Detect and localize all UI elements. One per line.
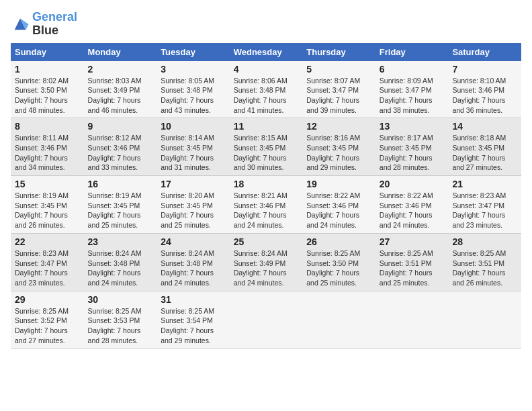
day-number: 8 [15,121,80,132]
day-number: 22 [15,236,80,247]
logo: General Blue [11,11,77,38]
table-row: 4 Sunrise: 8:06 AM Sunset: 3:48 PM Dayli… [230,61,303,118]
day-info: Sunrise: 8:25 AM Sunset: 3:53 PM Dayligh… [88,306,153,346]
day-number: 3 [161,64,226,75]
day-info: Sunrise: 8:09 AM Sunset: 3:47 PM Dayligh… [380,76,445,116]
day-number: 21 [452,179,517,189]
table-row: 14 Sunrise: 8:18 AM Sunset: 3:45 PM Dayl… [448,118,521,176]
day-info: Sunrise: 8:25 AM Sunset: 3:54 PM Dayligh… [161,306,226,346]
day-number: 19 [306,179,371,189]
day-number: 6 [380,64,445,75]
table-row: 31 Sunrise: 8:25 AM Sunset: 3:54 PM Dayl… [157,291,230,349]
day-number: 17 [161,179,226,189]
table-row [302,291,375,349]
table-row: 9 Sunrise: 8:12 AM Sunset: 3:46 PM Dayli… [84,118,157,176]
day-info: Sunrise: 8:03 AM Sunset: 3:49 PM Dayligh… [88,76,153,116]
column-header-tuesday: Tuesday [157,43,230,61]
day-info: Sunrise: 8:17 AM Sunset: 3:45 PM Dayligh… [380,133,445,173]
table-row: 30 Sunrise: 8:25 AM Sunset: 3:53 PM Dayl… [84,291,157,349]
table-row: 19 Sunrise: 8:22 AM Sunset: 3:46 PM Dayl… [302,176,375,234]
calendar-table: SundayMondayTuesdayWednesdayThursdayFrid… [11,43,521,349]
day-info: Sunrise: 8:02 AM Sunset: 3:50 PM Dayligh… [15,76,80,116]
column-header-wednesday: Wednesday [230,43,303,61]
column-header-thursday: Thursday [302,43,375,61]
table-row: 15 Sunrise: 8:19 AM Sunset: 3:45 PM Dayl… [11,176,84,234]
day-info: Sunrise: 8:23 AM Sunset: 3:47 PM Dayligh… [452,191,517,230]
column-header-saturday: Saturday [448,43,521,61]
day-info: Sunrise: 8:16 AM Sunset: 3:45 PM Dayligh… [306,133,371,173]
table-row: 24 Sunrise: 8:24 AM Sunset: 3:48 PM Dayl… [157,233,230,291]
table-row: 5 Sunrise: 8:07 AM Sunset: 3:47 PM Dayli… [302,61,375,118]
table-row: 25 Sunrise: 8:24 AM Sunset: 3:49 PM Dayl… [230,233,303,291]
day-info: Sunrise: 8:24 AM Sunset: 3:48 PM Dayligh… [161,248,226,288]
column-header-friday: Friday [375,43,449,61]
column-header-monday: Monday [84,43,157,61]
logo-icon [11,15,30,34]
day-info: Sunrise: 8:25 AM Sunset: 3:50 PM Dayligh… [306,248,371,288]
table-row: 2 Sunrise: 8:03 AM Sunset: 3:49 PM Dayli… [84,61,157,118]
day-info: Sunrise: 8:24 AM Sunset: 3:48 PM Dayligh… [88,248,153,288]
calendar-week-2: 8 Sunrise: 8:11 AM Sunset: 3:46 PM Dayli… [11,118,521,176]
day-info: Sunrise: 8:25 AM Sunset: 3:51 PM Dayligh… [452,248,517,288]
table-row: 11 Sunrise: 8:15 AM Sunset: 3:45 PM Dayl… [230,118,303,176]
header: General Blue [11,11,521,38]
day-number: 31 [161,294,226,305]
calendar-week-5: 29 Sunrise: 8:25 AM Sunset: 3:52 PM Dayl… [11,291,521,349]
day-number: 5 [306,64,371,75]
table-row: 12 Sunrise: 8:16 AM Sunset: 3:45 PM Dayl… [302,118,375,176]
day-info: Sunrise: 8:20 AM Sunset: 3:45 PM Dayligh… [161,191,226,230]
table-row: 20 Sunrise: 8:22 AM Sunset: 3:46 PM Dayl… [375,176,449,234]
day-number: 26 [306,236,371,247]
day-number: 10 [161,121,226,132]
day-info: Sunrise: 8:06 AM Sunset: 3:48 PM Dayligh… [234,76,299,116]
table-row: 10 Sunrise: 8:14 AM Sunset: 3:45 PM Dayl… [157,118,230,176]
table-row: 7 Sunrise: 8:10 AM Sunset: 3:46 PM Dayli… [448,61,521,118]
table-row: 1 Sunrise: 8:02 AM Sunset: 3:50 PM Dayli… [11,61,84,118]
table-row: 28 Sunrise: 8:25 AM Sunset: 3:51 PM Dayl… [448,233,521,291]
day-info: Sunrise: 8:12 AM Sunset: 3:46 PM Dayligh… [88,133,153,173]
day-number: 13 [380,121,445,132]
day-number: 20 [380,179,445,189]
day-info: Sunrise: 8:07 AM Sunset: 3:47 PM Dayligh… [306,76,371,116]
day-number: 14 [452,121,517,132]
day-number: 2 [88,64,153,75]
day-info: Sunrise: 8:15 AM Sunset: 3:45 PM Dayligh… [234,133,299,173]
table-row: 22 Sunrise: 8:23 AM Sunset: 3:47 PM Dayl… [11,233,84,291]
day-info: Sunrise: 8:05 AM Sunset: 3:48 PM Dayligh… [161,76,226,116]
table-row: 16 Sunrise: 8:19 AM Sunset: 3:45 PM Dayl… [84,176,157,234]
day-number: 7 [452,64,517,75]
day-info: Sunrise: 8:21 AM Sunset: 3:46 PM Dayligh… [234,191,299,230]
table-row [448,291,521,349]
day-number: 16 [88,179,153,189]
table-row: 3 Sunrise: 8:05 AM Sunset: 3:48 PM Dayli… [157,61,230,118]
calendar-week-4: 22 Sunrise: 8:23 AM Sunset: 3:47 PM Dayl… [11,233,521,291]
table-row: 8 Sunrise: 8:11 AM Sunset: 3:46 PM Dayli… [11,118,84,176]
day-number: 28 [452,236,517,247]
day-number: 23 [88,236,153,247]
day-number: 24 [161,236,226,247]
table-row: 17 Sunrise: 8:20 AM Sunset: 3:45 PM Dayl… [157,176,230,234]
table-row [375,291,449,349]
day-number: 27 [380,236,445,247]
table-row: 6 Sunrise: 8:09 AM Sunset: 3:47 PM Dayli… [375,61,449,118]
day-info: Sunrise: 8:25 AM Sunset: 3:52 PM Dayligh… [15,306,80,346]
day-info: Sunrise: 8:10 AM Sunset: 3:46 PM Dayligh… [452,76,517,116]
logo-text: General Blue [32,11,77,38]
day-info: Sunrise: 8:14 AM Sunset: 3:45 PM Dayligh… [161,133,226,173]
day-info: Sunrise: 8:18 AM Sunset: 3:45 PM Dayligh… [452,133,517,173]
day-info: Sunrise: 8:19 AM Sunset: 3:45 PM Dayligh… [88,191,153,230]
day-number: 9 [88,121,153,132]
table-row: 21 Sunrise: 8:23 AM Sunset: 3:47 PM Dayl… [448,176,521,234]
table-row: 23 Sunrise: 8:24 AM Sunset: 3:48 PM Dayl… [84,233,157,291]
day-info: Sunrise: 8:25 AM Sunset: 3:51 PM Dayligh… [380,248,445,288]
table-row: 29 Sunrise: 8:25 AM Sunset: 3:52 PM Dayl… [11,291,84,349]
day-info: Sunrise: 8:22 AM Sunset: 3:46 PM Dayligh… [380,191,445,230]
day-info: Sunrise: 8:19 AM Sunset: 3:45 PM Dayligh… [15,191,80,230]
day-number: 4 [234,64,299,75]
table-row [230,291,303,349]
day-info: Sunrise: 8:24 AM Sunset: 3:49 PM Dayligh… [234,248,299,288]
table-row: 13 Sunrise: 8:17 AM Sunset: 3:45 PM Dayl… [375,118,449,176]
day-number: 18 [234,179,299,189]
day-number: 12 [306,121,371,132]
table-row: 27 Sunrise: 8:25 AM Sunset: 3:51 PM Dayl… [375,233,449,291]
